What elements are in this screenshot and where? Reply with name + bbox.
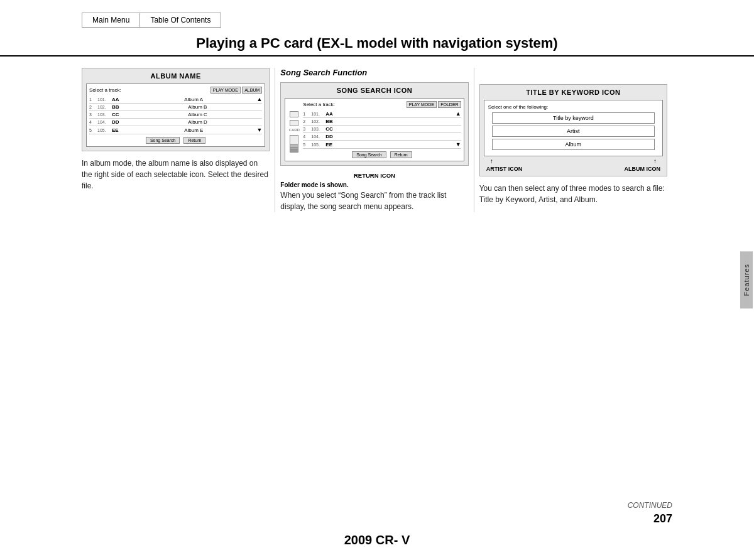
keyword-screen: Select one of the following: Title by ke… <box>484 100 663 156</box>
artist-icon-label: ARTIST ICON <box>486 166 523 172</box>
table-row: 1 101. AA ▲ <box>303 110 461 118</box>
song-search-diagram: SONG SEARCH ICON CARD <box>280 82 468 166</box>
right-sidebar: Features <box>738 0 754 560</box>
keyword-title: TITLE BY KEYWORD ICON <box>484 89 663 96</box>
artist-album-labels: ARTIST ICON ALBUM ICON <box>484 166 663 172</box>
song-search-screen: CARD Select a track: PLAY MODE <box>285 98 464 161</box>
play-mode-area2: PLAY MODE FOLDER <box>407 101 461 108</box>
table-row: 3 103. CC <box>303 126 461 133</box>
album-name-diagram: ALBUM NAME Select a track: PLAY MODE ALB… <box>82 68 270 151</box>
play-mode-area: PLAY MODE ALBUM <box>210 87 263 94</box>
table-row: 2 102. BB Album B <box>89 104 262 111</box>
album-name-title: ALBUM NAME <box>86 72 265 80</box>
table-row: 5 105. EE Album E ▼ <box>89 126 262 134</box>
table-row: 2 102. BB <box>303 118 461 126</box>
song-search-btn[interactable]: Song Search <box>146 137 180 144</box>
keyword-body-text: You can then select any of three modes t… <box>479 183 667 205</box>
album-arrow: ↑ <box>653 158 657 164</box>
song-search-btn2[interactable]: Song Search <box>352 151 386 158</box>
main-menu-button[interactable]: Main Menu <box>82 13 139 28</box>
table-row: 3 103. CC Album C <box>89 111 262 119</box>
col-keyword: TITLE BY KEYWORD ICON Select one of the … <box>474 68 672 212</box>
select-text: Select one of the following: <box>488 104 658 110</box>
page-number: 207 <box>0 512 754 525</box>
song-search-section-title: Song Search Function <box>280 68 468 77</box>
page-wrapper: Main Menu Table Of Contents Playing a PC… <box>0 0 754 560</box>
card-icon2 <box>290 120 298 126</box>
song-search-buttons: Song Search Return <box>303 151 461 158</box>
folder-stack-icon <box>290 135 298 153</box>
page-title-section: Playing a PC card (EX-L model with navig… <box>0 33 754 57</box>
album-icon-label: ALBUM ICON <box>624 166 660 172</box>
top-nav: Main Menu Table Of Contents <box>0 0 754 33</box>
continued-label: CONTINUED <box>628 501 672 510</box>
song-search-body-text: When you select “Song Search” from the t… <box>280 190 468 212</box>
table-row: 4 104. DD Album D <box>89 119 262 126</box>
col-song-search: Song Search Function SONG SEARCH ICON CA… <box>275 68 474 212</box>
album-body-text: In album mode, the album name is also di… <box>82 158 270 191</box>
album-screen-header: Select a track: PLAY MODE ALBUM <box>89 87 262 94</box>
return-btn[interactable]: Return <box>183 137 205 144</box>
album-btn[interactable]: ALBUM <box>242 87 262 94</box>
table-of-contents-button[interactable]: Table Of Contents <box>139 13 221 28</box>
song-search-header: Select a track: PLAY MODE FOLDER <box>303 101 461 108</box>
screen-buttons: Song Search Return <box>89 137 262 144</box>
features-label: Features <box>740 251 753 308</box>
play-mode-btn2[interactable]: PLAY MODE <box>407 101 437 108</box>
card-label: CARD <box>289 128 300 132</box>
return-icon-label: RETURN ICON <box>280 172 468 179</box>
keyword-diagram: TITLE BY KEYWORD ICON Select one of the … <box>479 84 667 176</box>
folder-mode-label: Folder mode is shown. <box>280 181 468 188</box>
keyword-option-artist[interactable]: Artist <box>492 126 655 137</box>
play-mode-btn[interactable]: PLAY MODE <box>210 87 241 94</box>
table-row: 4 104. DD <box>303 133 461 141</box>
keyword-option-album[interactable]: Album <box>492 139 655 150</box>
artist-arrow: ↑ <box>490 158 493 164</box>
table-row: 5 105. EE ▼ <box>303 141 461 149</box>
keyword-option-title[interactable]: Title by keyword <box>492 112 655 124</box>
card-icon <box>290 111 298 117</box>
return-btn2[interactable]: Return <box>390 151 412 158</box>
album-screen: Select a track: PLAY MODE ALBUM 1 101. A… <box>86 83 265 147</box>
select-track-label: Select a track: <box>89 87 121 93</box>
table-row: 1 101. AA Album A ▲ <box>89 95 262 104</box>
car-model: 2009 CR- V <box>0 533 754 547</box>
song-search-title: SONG SEARCH ICON <box>285 87 464 94</box>
content-area: ALBUM NAME Select a track: PLAY MODE ALB… <box>0 68 754 212</box>
folder-btn[interactable]: FOLDER <box>438 101 461 108</box>
col-album-name: ALBUM NAME Select a track: PLAY MODE ALB… <box>82 68 275 212</box>
page-title: Playing a PC card (EX-L model with navig… <box>82 35 672 55</box>
